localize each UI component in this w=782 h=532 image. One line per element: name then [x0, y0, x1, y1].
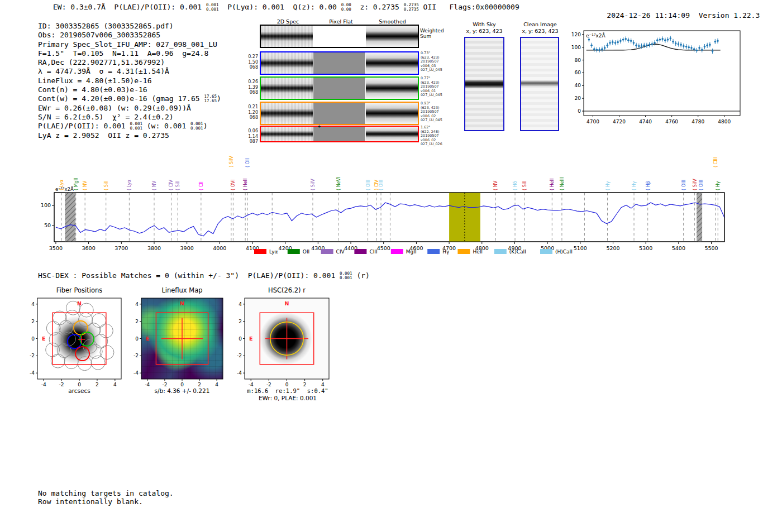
data-point — [664, 39, 666, 41]
compass-north: N — [180, 300, 184, 306]
text-segment: (w: 0.001 — [142, 122, 190, 130]
x-tick-label: 4800 — [718, 119, 731, 124]
metric-value: 0.06 — [241, 128, 258, 134]
spec2d-cutout — [261, 78, 313, 99]
x-tick-label: 2 — [96, 382, 99, 387]
emission-line-label: ( NV — [493, 180, 498, 190]
legend-swatch — [540, 249, 552, 254]
hsc-dex-match-line: HSC-DEX : Possible Matches = 0 (within +… — [38, 271, 370, 280]
y-tick-label: 20 — [575, 95, 581, 101]
data-point — [593, 48, 595, 50]
compass-east: E — [146, 336, 150, 342]
cutout-row — [260, 76, 419, 100]
x-tick-label: 0 — [285, 382, 289, 387]
y-tick-label: 0 — [31, 336, 35, 342]
x-tick-label: 3600 — [82, 245, 96, 251]
text-segment: RA,Dec (222.902771,51.367992) — [38, 58, 165, 66]
info-line: LyA z = 2.9052 OII z = 0.2735 — [38, 131, 221, 140]
weighted-sum-text: Sum — [420, 33, 444, 39]
legend-label: HeII — [473, 249, 483, 255]
pixel-flat-cutout — [313, 127, 365, 141]
x-tick-label: 4500 — [377, 245, 390, 251]
smoothed-cutout — [366, 78, 418, 99]
pixel-flat-cutout — [313, 78, 365, 99]
cutout-row-annotation: 0.77"(623, 423)20190507v006_01027_LU_045 — [421, 76, 449, 98]
detection-info-block: ID: 3003352865 (3003352865.pdf)Obs: 2019… — [38, 22, 221, 140]
x-tick-label: -4 — [41, 382, 46, 387]
uncertainty-lo: 0.001 — [340, 276, 352, 280]
text-segment: Cont(n) = 4.80(±0.03)e-16 — [38, 85, 147, 94]
cutout-row — [260, 25, 419, 48]
x-tick-label: 2 — [198, 382, 201, 387]
data-point — [675, 42, 677, 45]
data-point — [714, 41, 716, 43]
data-point — [607, 44, 609, 46]
legend-swatch — [321, 249, 333, 254]
y-tick-label: -4 — [30, 370, 35, 376]
unit-label: e⁻¹⁷x2Å — [586, 32, 606, 39]
data-point — [649, 44, 651, 46]
fiber-circle — [78, 357, 92, 371]
footer-no-match: No matching targets in catalog. — [38, 489, 174, 498]
emission-line-label: ( Hγ — [716, 181, 721, 190]
spec2d-cutout — [261, 52, 313, 74]
text-segment: S/N = 6.2(±0.5) χ² = 2.4(±0.2) — [38, 113, 174, 121]
x-tick-label: 4 — [113, 382, 117, 387]
data-point — [693, 48, 695, 50]
emission-line-label: ( NeIII — [560, 177, 565, 190]
y-tick-label: 80 — [575, 57, 581, 63]
selected-fiber-circle — [75, 347, 89, 361]
col-header-pixel-flat: Pixel Flat — [314, 18, 368, 25]
data-point — [590, 44, 593, 46]
x-tick-label: 4780 — [692, 119, 704, 124]
text-segment: ID: 3003352865 (3003352865.pdf) — [38, 22, 174, 30]
data-point — [641, 45, 643, 47]
emission-line-label: ( OVI — [231, 179, 236, 190]
stacked-uncertainty: 0.27350.2735 — [404, 3, 419, 11]
report-datetime: 2024-12-26 11:14:09 — [607, 11, 690, 20]
data-point — [627, 39, 630, 41]
y-tick-label: 2 — [31, 319, 35, 324]
emission-line-label: ( OIII — [379, 180, 384, 190]
emission-line-label: ( NeVI — [336, 177, 341, 190]
legend-label: Lyα — [269, 249, 278, 255]
emission-line-label: ( HeII — [243, 179, 248, 190]
stacked-uncertainty: 0.0010.001 — [130, 122, 142, 130]
x-tick-label: 5100 — [574, 245, 587, 251]
y-tick-label: 2 — [239, 319, 242, 324]
hsc-mag-label: m:16.6 re:1.9" s:0.4" — [232, 387, 344, 394]
masked-band — [697, 193, 702, 242]
info-line: Primary Spec_Slot_IFU_AMP: 027_098_001_L… — [38, 40, 221, 49]
spec2d-cutout — [261, 103, 313, 124]
annotation-line: 027_LU_045 — [421, 118, 449, 123]
text-segment: OII Flags:0x00000009 — [419, 3, 519, 11]
cutout-row-metrics: 0.271.50068 — [241, 54, 258, 70]
info-line: P(LAE)/P(OII): 0.001 0.0010.001 (w: 0.00… — [38, 122, 221, 131]
data-point — [667, 39, 669, 41]
hsc-ewr-plae-label: EWr: 0, PLAE: 0.001 — [232, 395, 344, 401]
emission-line-label: ( OII — [245, 158, 250, 167]
legend-label: CIII — [369, 249, 377, 255]
emission-line-label: ( Lyα — [59, 180, 64, 190]
data-point — [635, 44, 637, 46]
cutout-row — [260, 102, 419, 125]
x-tick-label: 3500 — [49, 245, 63, 251]
legend-swatch — [288, 249, 300, 254]
cutout-row-annotation: 0.93"(623, 423)20190507v006_02027_LU_045 — [421, 102, 449, 123]
x-tick-label: -2 — [59, 382, 64, 387]
metric-value: 1.20 — [241, 110, 258, 116]
data-point — [598, 49, 600, 51]
text-segment: ) — [203, 122, 208, 130]
cutout-row-metrics: 0.261.39068 — [241, 79, 258, 95]
y-tick-label: 100 — [41, 202, 51, 208]
x-tick-label: 3900 — [180, 245, 194, 251]
uncertainty-lo: 0.2735 — [404, 7, 419, 12]
col-header-2d-spec: 2D Spec — [261, 18, 314, 25]
data-point — [672, 41, 674, 43]
clean-image-coords: x, y: 623, 423 — [509, 28, 571, 35]
text-segment: Cont(w) = 4.20(±0.00)e-16 (gmag 17.65 — [38, 94, 204, 103]
info-line: Cont(n) = 4.80(±0.03)e-16 — [38, 85, 221, 94]
emission-line-label: ( SiII — [522, 180, 527, 190]
legend-label: (H)CaII — [555, 249, 573, 255]
data-point — [588, 39, 590, 41]
